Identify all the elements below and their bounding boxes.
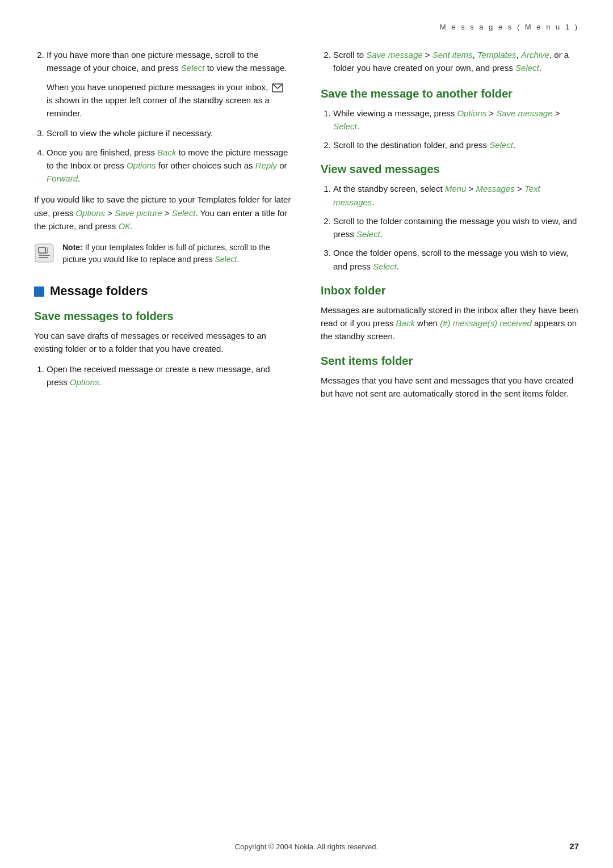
blue-square-icon bbox=[34, 286, 44, 297]
list-item: While viewing a message, press Options >… bbox=[333, 107, 579, 133]
save-folder-steps: While viewing a message, press Options >… bbox=[333, 107, 579, 152]
list-item: Once you are finished, press Back to mov… bbox=[47, 146, 292, 186]
message-folders-heading: Message folders bbox=[34, 284, 292, 298]
save-messages-heading: Save messages to folders bbox=[34, 309, 292, 323]
step2-note: When you have unopened picture messages … bbox=[47, 81, 292, 120]
list-item: Scroll to the folder containing the mess… bbox=[333, 214, 579, 241]
step2-text: If you have more than one picture messag… bbox=[47, 50, 287, 73]
note-icon bbox=[34, 243, 54, 263]
page-header: M e s s a g e s ( M e n u 1 ) bbox=[34, 23, 579, 31]
left-column: If you have more than one picture messag… bbox=[34, 48, 292, 407]
list-item: Scroll to view the whole picture if nece… bbox=[47, 127, 292, 140]
steps-list-left: If you have more than one picture messag… bbox=[47, 48, 292, 185]
save-messages-para: You can save drafts of messages or recei… bbox=[34, 329, 292, 356]
page: M e s s a g e s ( M e n u 1 ) If you hav… bbox=[0, 0, 613, 868]
save-picture-para: If you would like to save the picture to… bbox=[34, 193, 292, 233]
view-saved-steps: At the standby screen, select Menu > Mes… bbox=[333, 182, 579, 273]
save-to-folder-heading: Save the message to another folder bbox=[321, 86, 579, 101]
header-title: M e s s a g e s ( M e n u 1 ) bbox=[440, 23, 579, 31]
save-messages-steps: Open the received message or create a ne… bbox=[47, 363, 292, 389]
inbox-para: Messages are automatically stored in the… bbox=[321, 304, 579, 343]
content-area: If you have more than one picture messag… bbox=[34, 48, 579, 407]
footer-copyright: Copyright © 2004 Nokia. All rights reser… bbox=[235, 842, 378, 851]
list-item: Scroll to the destination folder, and pr… bbox=[333, 138, 579, 151]
sent-items-heading: Sent items folder bbox=[321, 353, 579, 368]
note-box: Note: If your templates folder is full o… bbox=[34, 242, 292, 272]
envelope-icon bbox=[272, 83, 283, 92]
right-column: Scroll to Save message > Sent items, Tem… bbox=[321, 48, 579, 407]
view-saved-heading: View saved messages bbox=[321, 162, 579, 176]
footer: Copyright © 2004 Nokia. All rights reser… bbox=[34, 842, 579, 851]
list-item: Scroll to Save message > Sent items, Tem… bbox=[333, 48, 579, 75]
inbox-folder-heading: Inbox folder bbox=[321, 283, 579, 298]
list-item: If you have more than one picture messag… bbox=[47, 48, 292, 120]
note-text: Note: If your templates folder is full o… bbox=[62, 242, 292, 266]
list-item: Once the folder opens, scroll to the mes… bbox=[333, 246, 579, 273]
list-item: At the standby screen, select Menu > Mes… bbox=[333, 182, 579, 209]
list-item: Open the received message or create a ne… bbox=[47, 363, 292, 389]
steps-list-right: Scroll to Save message > Sent items, Tem… bbox=[333, 48, 579, 75]
footer-page-number: 27 bbox=[569, 841, 579, 851]
sent-para: Messages that you have sent and messages… bbox=[321, 374, 579, 401]
